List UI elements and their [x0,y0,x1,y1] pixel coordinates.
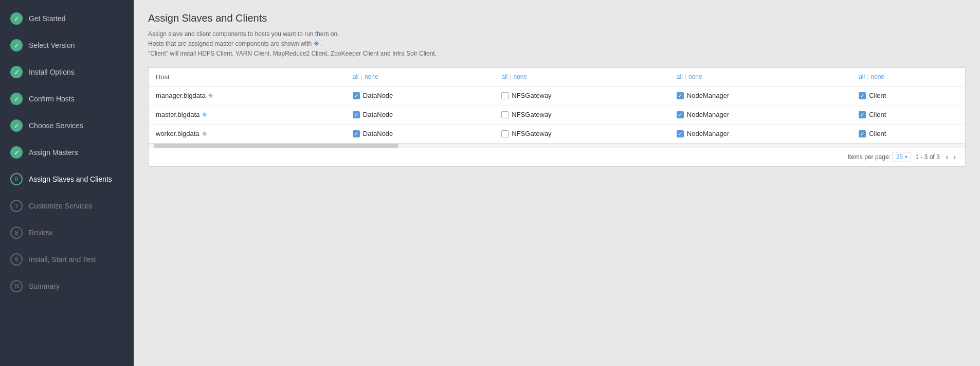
all-link-nodemanager[interactable]: all [677,73,683,80]
sidebar-item-assign-masters[interactable]: Assign Masters [0,139,134,166]
items-per-page: Items per page: 25 ▾ [848,152,912,162]
checkbox-client-2[interactable]: ✓ [859,111,866,118]
col-host: Host [149,68,346,86]
step-icon-4 [10,93,23,105]
host-cell-2: master.bigdata ✳ [149,105,346,124]
sidebar-label-6: Assign Masters [29,148,78,156]
cell-client-3[interactable]: ✓ Client [851,124,965,143]
table-row: master.bigdata ✳ ✓ DataNode [149,105,965,124]
checkbox-nfsgateway-1[interactable] [501,92,509,99]
per-page-value: 25 [896,153,903,161]
none-link-client[interactable]: none [870,73,884,80]
cell-datanode-2[interactable]: ✓ DataNode [346,105,495,124]
items-per-page-label: Items per page: [848,153,891,161]
checkbox-nodemanager-2[interactable]: ✓ [677,111,684,118]
desc-line-1: Assign slave and client components to ho… [148,29,966,39]
per-page-dropdown[interactable]: 25 ▾ [893,152,911,162]
cell-nodemanager-3[interactable]: ✓ NodeManager [669,124,851,143]
chevron-down-icon: ▾ [905,154,908,160]
table-row: worker.bigdata ✳ ✓ DataNode [149,124,965,143]
main-content: Assign Slaves and Clients Assign slave a… [134,0,980,366]
table-header-row: Host all | none all | [149,68,965,86]
sidebar-item-assign-slaves[interactable]: 6 Assign Slaves and Clients [0,166,134,193]
cell-datanode-1[interactable]: ✓ DataNode [346,86,495,105]
table-inner: Host all | none all | [149,68,965,143]
cell-nodemanager-1[interactable]: ✓ NodeManager [669,86,851,105]
col-nodemanager: all | none [669,68,851,86]
page-title: Assign Slaves and Clients [148,12,966,24]
host-asterisk-2: ✳ [202,111,208,119]
none-link-nfsgateway[interactable]: none [513,73,527,80]
cell-client-2[interactable]: ✓ Client [851,105,965,124]
prev-page-button[interactable]: ‹ [944,152,951,162]
step-icon-5 [10,119,23,132]
step-icon-9: 8 [10,226,23,239]
sidebar-item-install-start[interactable]: 9 Install, Start and Test [0,246,134,273]
sidebar-item-install-options[interactable]: Install Options [0,59,134,85]
checkbox-datanode-2[interactable]: ✓ [353,111,360,118]
sidebar-label-8: Customize Services [29,202,93,210]
cell-datanode-3[interactable]: ✓ DataNode [346,124,495,143]
checkbox-nfsgateway-2[interactable] [501,111,509,118]
pagination: Items per page: 25 ▾ 1 - 3 of 3 ‹ › [149,147,965,166]
sidebar-label-7: Assign Slaves and Clients [29,175,112,183]
all-link-nfsgateway[interactable]: all [501,73,507,80]
step-icon-3 [10,66,23,78]
host-cell-3: worker.bigdata ✳ [149,124,346,143]
sidebar-item-choose-services[interactable]: Choose Services [0,112,134,139]
sidebar-label-11: Summary [29,282,60,290]
sidebar-label-3: Install Options [29,68,75,76]
sidebar-item-confirm-hosts[interactable]: Confirm Hosts [0,85,134,112]
host-asterisk-3: ✳ [202,130,208,138]
sidebar-item-customize-services[interactable]: 7 Customize Services [0,193,134,219]
host-cell-1: manager.bigdata ✳ [149,86,346,105]
cell-nfsgateway-1[interactable]: NFSGateway [494,86,669,105]
assign-table-container: Host all | none all | [148,67,966,167]
checkbox-client-1[interactable]: ✓ [859,92,866,99]
cell-nfsgateway-3[interactable]: NFSGateway [494,124,669,143]
sidebar-label-2: Select Version [29,41,75,49]
col-datanode: all | none [346,68,495,86]
scroll-thumb[interactable] [154,144,398,148]
table-row: manager.bigdata ✳ ✓ DataNode [149,86,965,105]
step-icon-11: 10 [10,280,23,292]
sidebar-item-get-started[interactable]: Get Started [0,5,134,32]
checkbox-nodemanager-3[interactable]: ✓ [677,130,684,137]
step-icon-1 [10,12,23,25]
cell-nodemanager-2[interactable]: ✓ NodeManager [669,105,851,124]
description-block: Assign slave and client components to ho… [148,29,966,59]
horizontal-scrollbar[interactable] [149,143,965,147]
sidebar-label-1: Get Started [29,14,66,23]
cell-nfsgateway-2[interactable]: NFSGateway [494,105,669,124]
desc-line-3: "Client" will install HDFS Client, YARN … [148,49,966,59]
checkbox-nfsgateway-3[interactable] [501,130,509,137]
step-icon-6 [10,146,23,159]
next-page-button[interactable]: › [951,152,958,162]
col-nfsgateway: all | none [494,68,669,86]
page-nav: ‹ › [944,152,958,162]
all-link-datanode[interactable]: all [353,73,359,80]
asterisk-icon: ✳ [314,40,320,47]
sidebar-label-9: Review [29,229,52,237]
checkbox-client-3[interactable]: ✓ [859,130,866,137]
cell-client-1[interactable]: ✓ Client [851,86,965,105]
step-icon-7: 6 [10,173,23,185]
sidebar-item-select-version[interactable]: Select Version [0,32,134,59]
host-asterisk-1: ✳ [208,92,214,100]
all-link-client[interactable]: all [859,73,865,80]
step-icon-2 [10,39,23,51]
sidebar-label-4: Confirm Hosts [29,95,75,103]
none-link-nodemanager[interactable]: none [688,73,702,80]
checkbox-datanode-1[interactable]: ✓ [353,92,360,99]
sidebar: Get Started Select Version Install Optio… [0,0,134,366]
desc-line-2: Hosts that are assigned master component… [148,39,966,49]
none-link-datanode[interactable]: none [365,73,378,80]
assign-table: Host all | none all | [149,68,965,143]
sidebar-item-summary[interactable]: 10 Summary [0,273,134,300]
sidebar-item-review[interactable]: 8 Review [0,219,134,246]
checkbox-nodemanager-1[interactable]: ✓ [677,92,684,99]
checkbox-datanode-3[interactable]: ✓ [353,130,360,137]
step-icon-8: 7 [10,200,23,212]
step-icon-10: 9 [10,253,23,266]
sidebar-label-5: Choose Services [29,121,83,130]
